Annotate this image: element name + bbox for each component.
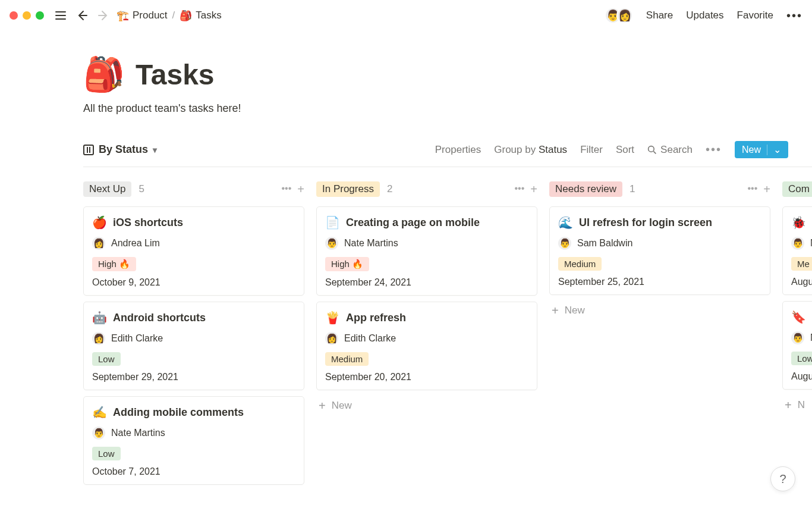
avatar: 👨 [791,331,804,344]
groupby-value: Status [539,144,567,155]
chevron-down-icon: ▾ [153,145,157,155]
add-card-label: New [565,305,585,316]
view-switcher[interactable]: By Status ▾ [83,143,157,156]
sort-button[interactable]: Sort [616,144,634,156]
priority-tag: Low [92,447,121,460]
properties-button[interactable]: Properties [435,144,481,156]
more-icon[interactable]: ••• [786,9,802,23]
help-button[interactable]: ? [770,466,795,491]
card-emoji: 🍟 [325,311,340,325]
column-tag[interactable]: Needs review [549,181,622,197]
column-header: In Progress 2 ••• + [316,180,537,198]
kanban-column: Needs review 1 ••• + 🌊 UI refresh for lo… [549,180,770,491]
breadcrumb-separator: / [172,10,175,21]
page-title[interactable]: Tasks [136,58,215,91]
add-card-button[interactable]: +New [549,301,770,320]
kanban-card[interactable]: 🍟 App refresh 👩 Edith Clarke Medium Sept… [316,302,537,390]
column-add-icon[interactable]: + [530,183,537,195]
add-card-label: New [332,400,352,412]
close-window[interactable] [10,11,18,20]
filter-button[interactable]: Filter [580,144,603,156]
card-date: September 24, 2021 [325,277,528,288]
assignee-row: 👨 N [791,237,812,250]
minimize-window[interactable] [23,11,31,20]
page-subtitle[interactable]: All the product team's tasks here! [83,102,812,115]
assignee-name: Nate Martins [111,428,165,438]
avatar: 👨 [92,427,105,440]
card-title-row: 🍎 iOS shortcuts [92,215,295,230]
kanban-card[interactable]: 📄 Creating a page on mobile 👨 Nate Marti… [316,206,537,296]
assignee-row: 👨 Nate Martins [92,427,295,440]
card-emoji: 🐞 [791,215,806,230]
breadcrumb-item-product[interactable]: 🏗️ Product [117,10,168,22]
presence-avatars[interactable]: 👨 👩 [609,7,633,24]
card-title: UI refresh for login screen [579,217,712,229]
groupby-button[interactable]: Group by Status [494,144,567,156]
card-date: September 20, 2021 [325,372,528,382]
priority-tag: Low [791,352,812,365]
breadcrumb-emoji: 🏗️ [117,10,129,22]
assignee-row: 👨 N [791,331,812,344]
card-date: Augu [791,277,812,287]
card-title-row: 🍟 App refresh [325,311,528,325]
kanban-card[interactable]: 🐞 D 👨 N Me Augu [782,206,812,295]
page-emoji[interactable]: 🎒 [83,55,125,94]
column-more-icon[interactable]: ••• [748,183,758,195]
avatar: 👩 [92,332,105,345]
forward-button[interactable] [95,7,112,24]
divider [767,145,767,155]
column-add-icon[interactable]: + [763,183,770,195]
kanban-card[interactable]: 🌊 UI refresh for login screen 👨 Sam Bald… [549,206,770,295]
column-header: Needs review 1 ••• + [549,180,770,198]
share-button[interactable]: Share [646,10,673,21]
assignee-name: Edith Clarke [344,333,396,344]
avatar: 👩 [616,7,633,24]
maximize-window[interactable] [36,11,44,20]
add-card-button[interactable]: +New [316,396,537,415]
column-actions: ••• + [748,183,771,195]
column-count: 1 [630,183,635,195]
page-title-row: 🎒 Tasks [83,55,812,94]
column-tag[interactable]: In Progress [316,181,380,197]
add-card-button[interactable]: +N [782,396,812,415]
priority-tag: Medium [325,352,369,366]
favorite-button[interactable]: Favorite [737,10,773,21]
search-label: Search [660,144,693,156]
column-tag[interactable]: Com [782,181,812,197]
kanban-card[interactable]: 🤖 Android shortcuts 👩 Edith Clarke Low S… [83,302,304,390]
menu-icon[interactable] [52,7,69,24]
column-count: 5 [139,183,144,195]
card-date: Augu [791,371,812,382]
kanban-card[interactable]: ✍️ Adding mobile comments 👨 Nate Martins… [83,396,304,485]
column-count: 2 [387,183,392,195]
avatar: 👨 [558,237,571,250]
search-button[interactable]: Search [647,144,693,156]
kanban-card[interactable]: 🍎 iOS shortcuts 👩 Andrea Lim High 🔥 Octo… [83,206,304,296]
breadcrumb-item-tasks[interactable]: 🎒 Tasks [180,10,221,22]
card-date: October 7, 2021 [92,466,295,477]
column-tag[interactable]: Next Up [83,181,131,197]
card-title: App refresh [346,312,406,324]
card-emoji: 📄 [325,215,340,230]
kanban-card[interactable]: 🔖 E 👨 N Low Augu [782,301,812,390]
assignee-row: 👩 Edith Clarke [325,332,528,345]
new-button[interactable]: New ⌄ [735,141,788,158]
board-icon [83,145,94,155]
view-controls: By Status ▾ Properties Group by Status F… [83,141,812,167]
column-add-icon[interactable]: + [297,183,304,195]
view-more-icon[interactable]: ••• [706,143,722,156]
kanban-column: In Progress 2 ••• + 📄 Creating a page on… [316,180,537,491]
back-button[interactable] [74,7,90,24]
card-emoji: ✍️ [92,405,107,419]
topbar: 🏗️ Product / 🎒 Tasks 👨 👩 Share Updates F… [0,0,812,31]
view-name: By Status [99,143,148,156]
add-card-label: N [798,399,805,411]
column-more-icon[interactable]: ••• [515,183,525,195]
updates-button[interactable]: Updates [686,10,723,21]
breadcrumb-emoji: 🎒 [180,10,192,22]
column-more-icon[interactable]: ••• [282,183,292,195]
card-title: iOS shortcuts [113,217,183,229]
card-title-row: 📄 Creating a page on mobile [325,215,528,230]
column-header: Next Up 5 ••• + [83,180,304,198]
card-title: Creating a page on mobile [346,217,480,229]
